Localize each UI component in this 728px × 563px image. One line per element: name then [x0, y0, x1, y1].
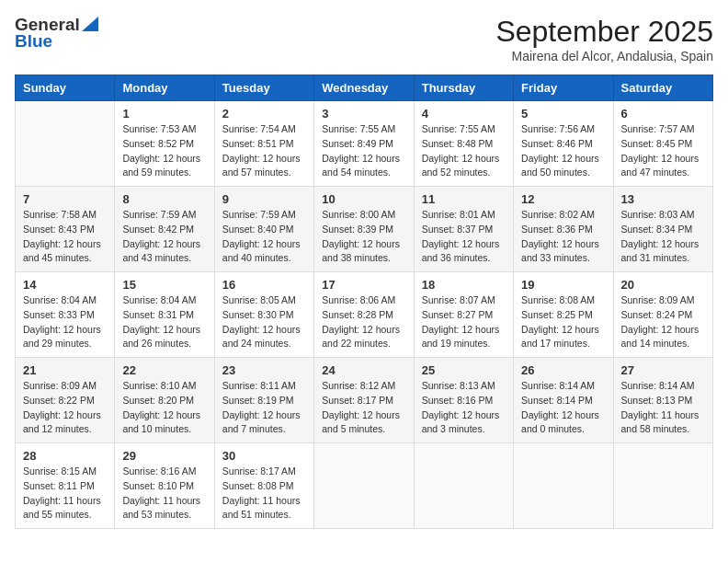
calendar-cell: 16Sunrise: 8:05 AMSunset: 8:30 PMDayligh…: [214, 272, 313, 358]
day-number: 3: [322, 107, 405, 121]
day-info: Sunrise: 8:11 AMSunset: 8:19 PMDaylight:…: [222, 379, 306, 437]
calendar-cell: 25Sunrise: 8:13 AMSunset: 8:16 PMDayligh…: [414, 358, 513, 443]
day-number: 30: [222, 449, 306, 463]
calendar-cell: [16, 101, 115, 187]
day-info: Sunrise: 8:02 AMSunset: 8:36 PMDaylight:…: [521, 208, 605, 266]
location-title: Mairena del Alcor, Andalusia, Spain: [495, 49, 713, 63]
calendar-cell: [314, 443, 414, 529]
calendar-week-row: 28Sunrise: 8:15 AMSunset: 8:11 PMDayligh…: [16, 443, 713, 529]
calendar-cell: 21Sunrise: 8:09 AMSunset: 8:22 PMDayligh…: [16, 358, 115, 443]
calendar-cell: 10Sunrise: 8:00 AMSunset: 8:39 PMDayligh…: [314, 187, 414, 272]
calendar-cell: 7Sunrise: 7:58 AMSunset: 8:43 PMDaylight…: [16, 187, 115, 272]
svg-marker-0: [82, 17, 98, 31]
calendar-cell: 9Sunrise: 7:59 AMSunset: 8:40 PMDaylight…: [214, 187, 313, 272]
calendar-cell: 30Sunrise: 8:17 AMSunset: 8:08 PMDayligh…: [214, 443, 313, 529]
calendar-cell: 6Sunrise: 7:57 AMSunset: 8:45 PMDaylight…: [613, 101, 712, 187]
weekday-header-friday: Friday: [514, 75, 613, 101]
day-number: 7: [23, 192, 107, 206]
day-info: Sunrise: 8:16 AMSunset: 8:10 PMDaylight:…: [122, 465, 206, 523]
calendar-cell: 14Sunrise: 8:04 AMSunset: 8:33 PMDayligh…: [16, 272, 115, 358]
day-number: 6: [621, 107, 705, 121]
day-number: 13: [621, 192, 705, 206]
calendar-header-row: SundayMondayTuesdayWednesdayThursdayFrid…: [16, 75, 713, 101]
day-info: Sunrise: 8:10 AMSunset: 8:20 PMDaylight:…: [122, 379, 206, 437]
calendar-week-row: 7Sunrise: 7:58 AMSunset: 8:43 PMDaylight…: [16, 187, 713, 272]
calendar-cell: 15Sunrise: 8:04 AMSunset: 8:31 PMDayligh…: [115, 272, 214, 358]
day-number: 15: [122, 278, 206, 292]
day-number: 21: [23, 363, 107, 377]
calendar-cell: 5Sunrise: 7:56 AMSunset: 8:46 PMDaylight…: [514, 101, 613, 187]
weekday-header-thursday: Thursday: [414, 75, 513, 101]
calendar-cell: 29Sunrise: 8:16 AMSunset: 8:10 PMDayligh…: [115, 443, 214, 529]
day-number: 4: [422, 107, 506, 121]
day-number: 26: [521, 363, 605, 377]
day-number: 12: [521, 192, 605, 206]
day-info: Sunrise: 8:01 AMSunset: 8:37 PMDaylight:…: [422, 208, 506, 266]
day-number: 20: [621, 278, 705, 292]
calendar-cell: 19Sunrise: 8:08 AMSunset: 8:25 PMDayligh…: [514, 272, 613, 358]
calendar-cell: 17Sunrise: 8:06 AMSunset: 8:28 PMDayligh…: [314, 272, 414, 358]
day-info: Sunrise: 7:59 AMSunset: 8:40 PMDaylight:…: [222, 208, 306, 266]
day-info: Sunrise: 7:53 AMSunset: 8:52 PMDaylight:…: [122, 122, 206, 180]
title-area: September 2025 Mairena del Alcor, Andalu…: [495, 15, 713, 63]
day-number: 14: [23, 278, 107, 292]
day-info: Sunrise: 8:14 AMSunset: 8:14 PMDaylight:…: [521, 379, 605, 437]
day-info: Sunrise: 7:58 AMSunset: 8:43 PMDaylight:…: [23, 208, 107, 266]
day-number: 18: [422, 278, 506, 292]
calendar-cell: 28Sunrise: 8:15 AMSunset: 8:11 PMDayligh…: [16, 443, 115, 529]
day-number: 5: [521, 107, 605, 121]
day-number: 11: [422, 192, 506, 206]
day-info: Sunrise: 7:54 AMSunset: 8:51 PMDaylight:…: [222, 122, 306, 180]
calendar-cell: 23Sunrise: 8:11 AMSunset: 8:19 PMDayligh…: [214, 358, 313, 443]
calendar-cell: 1Sunrise: 7:53 AMSunset: 8:52 PMDaylight…: [115, 101, 214, 187]
calendar-cell: 12Sunrise: 8:02 AMSunset: 8:36 PMDayligh…: [514, 187, 613, 272]
day-info: Sunrise: 8:14 AMSunset: 8:13 PMDaylight:…: [621, 379, 705, 437]
calendar-cell: [414, 443, 513, 529]
day-number: 27: [621, 363, 705, 377]
page-header: General Blue September 2025 Mairena del …: [15, 15, 713, 63]
calendar-cell: [514, 443, 613, 529]
day-number: 9: [222, 192, 306, 206]
weekday-header-monday: Monday: [115, 75, 214, 101]
weekday-header-saturday: Saturday: [613, 75, 712, 101]
calendar-cell: 27Sunrise: 8:14 AMSunset: 8:13 PMDayligh…: [613, 358, 712, 443]
calendar-cell: 26Sunrise: 8:14 AMSunset: 8:14 PMDayligh…: [514, 358, 613, 443]
day-info: Sunrise: 8:03 AMSunset: 8:34 PMDaylight:…: [621, 208, 705, 266]
day-number: 23: [222, 363, 306, 377]
day-info: Sunrise: 8:12 AMSunset: 8:17 PMDaylight:…: [322, 379, 405, 437]
calendar-cell: 8Sunrise: 7:59 AMSunset: 8:42 PMDaylight…: [115, 187, 214, 272]
day-info: Sunrise: 8:08 AMSunset: 8:25 PMDaylight:…: [521, 293, 605, 351]
calendar-cell: [613, 443, 712, 529]
calendar-week-row: 14Sunrise: 8:04 AMSunset: 8:33 PMDayligh…: [16, 272, 713, 358]
weekday-header-wednesday: Wednesday: [314, 75, 414, 101]
calendar-cell: 24Sunrise: 8:12 AMSunset: 8:17 PMDayligh…: [314, 358, 414, 443]
day-number: 24: [322, 363, 405, 377]
day-info: Sunrise: 8:15 AMSunset: 8:11 PMDaylight:…: [23, 465, 107, 523]
day-number: 1: [122, 107, 206, 121]
day-number: 8: [122, 192, 206, 206]
day-info: Sunrise: 7:57 AMSunset: 8:45 PMDaylight:…: [621, 122, 705, 180]
weekday-header-sunday: Sunday: [16, 75, 115, 101]
logo: General Blue: [15, 15, 98, 52]
day-info: Sunrise: 7:59 AMSunset: 8:42 PMDaylight:…: [122, 208, 206, 266]
calendar-cell: 4Sunrise: 7:55 AMSunset: 8:48 PMDaylight…: [414, 101, 513, 187]
calendar-week-row: 1Sunrise: 7:53 AMSunset: 8:52 PMDaylight…: [16, 101, 713, 187]
calendar-cell: 18Sunrise: 8:07 AMSunset: 8:27 PMDayligh…: [414, 272, 513, 358]
calendar-cell: 13Sunrise: 8:03 AMSunset: 8:34 PMDayligh…: [613, 187, 712, 272]
day-info: Sunrise: 8:09 AMSunset: 8:22 PMDaylight:…: [23, 379, 107, 437]
day-number: 25: [422, 363, 506, 377]
day-info: Sunrise: 8:09 AMSunset: 8:24 PMDaylight:…: [621, 293, 705, 351]
day-number: 29: [122, 449, 206, 463]
day-number: 22: [122, 363, 206, 377]
calendar-table: SundayMondayTuesdayWednesdayThursdayFrid…: [15, 75, 713, 529]
calendar-week-row: 21Sunrise: 8:09 AMSunset: 8:22 PMDayligh…: [16, 358, 713, 443]
calendar-cell: 11Sunrise: 8:01 AMSunset: 8:37 PMDayligh…: [414, 187, 513, 272]
calendar-cell: 20Sunrise: 8:09 AMSunset: 8:24 PMDayligh…: [613, 272, 712, 358]
day-number: 10: [322, 192, 405, 206]
weekday-header-tuesday: Tuesday: [214, 75, 313, 101]
day-number: 28: [23, 449, 107, 463]
day-info: Sunrise: 8:04 AMSunset: 8:33 PMDaylight:…: [23, 293, 107, 351]
day-number: 2: [222, 107, 306, 121]
calendar-cell: 3Sunrise: 7:55 AMSunset: 8:49 PMDaylight…: [314, 101, 414, 187]
day-info: Sunrise: 7:55 AMSunset: 8:49 PMDaylight:…: [322, 122, 405, 180]
